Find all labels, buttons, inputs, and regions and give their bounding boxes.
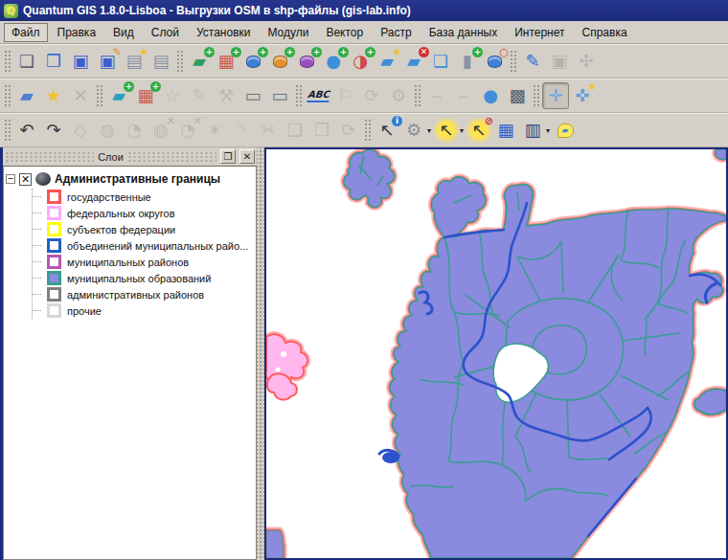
legend-item-municipal-district-unions[interactable]: объединений муниципальных райо... [33,237,254,254]
add-vector-layer-button[interactable]: ▰ + [186,48,213,75]
feature-action-button[interactable]: ⚙ [400,117,427,144]
open-mapset-button[interactable]: ▰ [13,82,40,109]
menu-plugins[interactable]: Модули [260,23,316,42]
add-gps-layer-button[interactable]: ▮ + [454,48,481,75]
close-mapset-button: ✕ [67,82,94,109]
panel-drag-texture[interactable] [127,151,216,162]
legend-item-state[interactable]: государственные [33,189,254,205]
layer-group-label[interactable]: Административные границы [55,172,220,186]
edit-region-button[interactable]: ▭ [266,82,293,109]
grass-tools-button: ⚒ [213,82,239,109]
map-canvas[interactable] [264,147,728,560]
new-mapset-button: ★ [40,82,67,109]
toolbar-grip[interactable] [95,83,102,108]
toolbar-grip[interactable] [413,83,421,108]
toolbar-grip[interactable] [509,49,516,74]
node-tool-button: ✣ [573,48,600,75]
split-features-button: ✂ [255,117,282,144]
redo-button[interactable]: ↷ [40,117,67,144]
add-grass-raster-layer-button[interactable]: ▦ + [132,82,159,109]
new-shapefile-layer-button[interactable]: ▰ ★ [374,48,400,75]
save-project-as-button[interactable]: ▣ ✎ [94,48,121,75]
raster-histogram-button: ⌢ [450,82,477,109]
layer-group-row[interactable]: − ✕ Административные границы [6,169,254,189]
grass-tools-button: ⚒ [213,82,239,109]
legend-item-administrative-districts[interactable]: административных районов [33,286,254,302]
new-project-button[interactable]: ❏ [13,48,40,75]
undo-button[interactable]: ↶ [13,117,40,144]
menu-help[interactable]: Справка [575,23,635,42]
toolbar-grip[interactable] [3,49,11,74]
toggle-editing-button[interactable]: ✎ [519,48,546,75]
menu-edit[interactable]: Правка [50,23,104,42]
menu-database[interactable]: База данных [421,23,505,42]
toolbar-grip[interactable] [294,83,302,108]
layer-tree: − ✕ Административные границы государстве… [3,166,257,560]
menu-internet[interactable]: Интернет [507,23,572,42]
delete-ring-button: ◍ ✕ [148,117,174,144]
legend-item-municipal-districts[interactable]: муниципальных районов [33,254,254,270]
measure-button[interactable]: ▥ [519,117,546,144]
menu-raster[interactable]: Растр [373,23,419,42]
pan-map-button[interactable]: ✛ [542,82,569,109]
menu-vector[interactable]: Вектор [318,23,371,42]
toolbar-grip[interactable] [3,118,11,143]
menu-settings[interactable]: Установки [189,23,258,42]
legend-item-federal-districts[interactable]: федеральных округов [33,205,254,221]
add-spatialite-layer-button[interactable]: + [266,48,293,75]
panel-splitter[interactable] [257,147,264,560]
menu-file[interactable]: Файл [4,23,48,42]
panel-close-button[interactable]: ✕ [239,149,255,164]
add-raster-layer-button[interactable]: ▦ + [213,48,239,75]
layers-panel-titlebar[interactable]: Слои ❐ ✕ [3,147,257,166]
new-project-button: ❏ [2,48,40,75]
add-mssql-layer-button[interactable]: + [293,48,320,75]
deselect-features-button[interactable]: ↖ ⊘ [466,117,492,144]
add-part-button: ◔ [121,117,148,144]
add-wfs-layer-button[interactable]: ◑ + [347,48,374,75]
add-oracle-layer-button[interactable]: ○ [481,48,508,75]
panel-drag-texture[interactable] [5,151,94,162]
toolbar-grip[interactable] [363,118,371,143]
collapse-expander-icon[interactable]: − [6,174,15,184]
toolbar-row-2: ▰ ★ ✕ ▰ [0,78,728,113]
menu-layer[interactable]: Слой [144,23,187,42]
offset-curve-button: ◝ [228,117,255,144]
composer-manager-button[interactable]: ▤ [148,48,174,75]
chevron-down-icon[interactable]: ▾ [427,126,431,135]
panel-float-button[interactable]: ❐ [220,149,236,164]
open-project-button[interactable]: ❐ [40,48,67,75]
pan-to-selection-button[interactable]: ✜ ★ [569,82,596,109]
toolbar-grip[interactable] [532,83,539,108]
labeling-button[interactable]: ABC [305,82,331,109]
toolbar-grip[interactable] [175,49,183,74]
add-delimited-text-button[interactable]: ❏ [427,48,454,75]
new-print-composer-button[interactable]: ▤ ★ [121,48,148,75]
map-tips-button[interactable]: ▰ [552,117,579,144]
attribute-table-button[interactable]: ▦ [492,117,519,144]
identify-button[interactable]: ↖ i [374,117,400,144]
legend-item-federation-subjects[interactable]: субъектов федерации [33,221,254,237]
legend-swatch [47,238,61,253]
new-shapefile-layer-button: ▰ ★ [374,48,400,75]
merge-attributes-button: ❒ [308,117,335,144]
menu-view[interactable]: Вид [105,23,142,42]
add-wms-layer-button[interactable]: ● + [320,48,347,75]
toolbar-grip[interactable] [3,83,11,108]
georeferencer-button[interactable]: ▩ [504,82,531,109]
legend-item-other[interactable]: прочие [33,302,254,319]
save-project-button: ▣ [67,48,94,75]
add-grass-vector-layer-button[interactable]: ▰ + [105,82,132,109]
new-mapset-button[interactable]: ★ [40,82,67,109]
chevron-down-icon[interactable]: ▾ [546,126,550,135]
globe-plugin-button[interactable]: ● [477,82,504,109]
select-features-button[interactable]: ↖ [433,117,460,144]
layer-visibility-checkbox[interactable]: ✕ [19,173,32,186]
display-region-button[interactable]: ▭ [239,82,266,109]
legend-item-municipal-formations[interactable]: муниципальных образований [33,270,254,286]
save-project-button[interactable]: ▣ [67,48,94,75]
remove-layer-button[interactable]: ▰ ✕ [400,48,427,75]
add-postgis-layer-button[interactable]: + [239,48,266,75]
add-oracle-layer-button: ○ [481,48,508,75]
chevron-down-icon[interactable]: ▾ [460,126,464,135]
